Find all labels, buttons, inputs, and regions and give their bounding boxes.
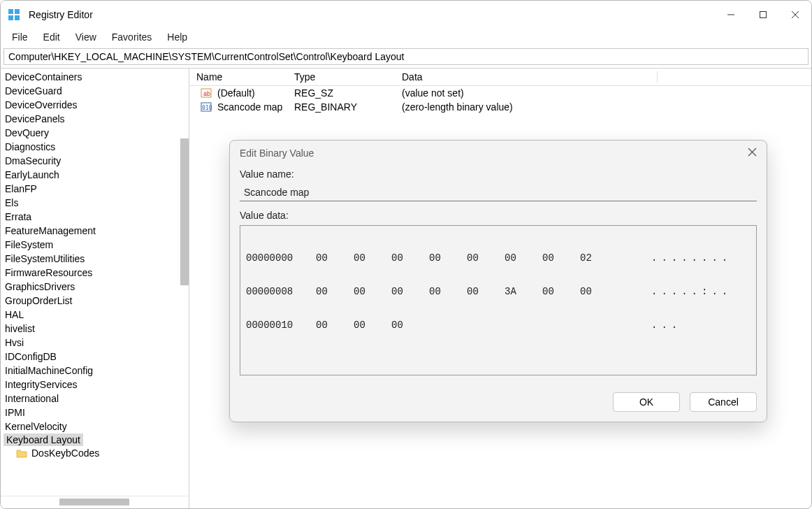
hex-offset: 00000008 (246, 286, 316, 297)
dialog-titlebar: Edit Binary Value (230, 141, 767, 164)
tree-item[interactable]: InitialMachineConfig (1, 364, 189, 378)
tree-item[interactable]: GroupOrderList (1, 294, 189, 308)
hex-bytes: 0000000000000002 (316, 252, 651, 264)
dialog-close-button[interactable] (748, 148, 757, 159)
tree-item[interactable]: International (1, 392, 189, 406)
window-controls (715, 1, 811, 29)
svg-rect-2 (8, 15, 13, 20)
tree-item[interactable]: IDConfigDB (1, 350, 189, 364)
binary-value-icon: 010 (201, 101, 212, 113)
value-name: Scancode map (217, 101, 282, 113)
value-data: (value not set) (399, 87, 811, 99)
list-row[interactable]: ab (Default) REG_SZ (value not set) (189, 86, 811, 100)
tree-item[interactable]: Els (1, 196, 189, 210)
tree-scrollbar-thumb[interactable] (180, 138, 189, 285)
svg-rect-3 (15, 15, 20, 20)
ok-button[interactable]: OK (613, 392, 680, 412)
string-value-icon: ab (201, 87, 212, 99)
tree-item[interactable]: IntegrityServices (1, 378, 189, 392)
tree-item[interactable]: FileSystemUtilities (1, 252, 189, 266)
tree-item[interactable]: IPMI (1, 406, 189, 420)
tree-item-label: DosKeybCodes (31, 447, 99, 459)
address-bar[interactable]: Computer\HKEY_LOCAL_MACHINE\SYSTEM\Curre… (3, 48, 809, 65)
tree-item[interactable]: FeatureManagement (1, 224, 189, 238)
tree-item[interactable]: HAL (1, 308, 189, 322)
col-data[interactable]: Data (399, 71, 658, 83)
hex-ascii: ........ (651, 252, 751, 264)
hex-bytes: 000000 (316, 320, 651, 331)
tree-item[interactable]: DeviceContainers (1, 70, 189, 84)
hex-ascii: ... (651, 320, 751, 331)
hex-offset: 00000000 (246, 252, 316, 264)
svg-text:010: 010 (202, 105, 212, 111)
value-name: (Default) (217, 87, 255, 99)
hex-bytes: 00000000003A0000 (316, 286, 651, 297)
tree-item[interactable]: FileSystem (1, 238, 189, 252)
edit-binary-dialog: Edit Binary Value Value name: Scancode m… (229, 140, 767, 422)
tree-hscroll-thumb[interactable] (59, 499, 129, 506)
tree-pane[interactable]: DeviceContainers DeviceGuard DeviceOverr… (1, 69, 189, 508)
hex-editor[interactable]: 00000000 0000000000000002 ........ 00000… (240, 225, 757, 375)
menu-favorites[interactable]: Favorites (105, 30, 159, 44)
tree-item[interactable]: DmaSecurity (1, 154, 189, 168)
menu-edit[interactable]: Edit (36, 30, 67, 44)
list-body: ab (Default) REG_SZ (value not set) 010 … (189, 86, 811, 114)
tree-item[interactable]: Diagnostics (1, 140, 189, 154)
tree-item[interactable]: DevicePanels (1, 112, 189, 126)
tree-item[interactable]: Hvsi (1, 336, 189, 350)
list-row[interactable]: 010 Scancode map REG_BINARY (zero-length… (189, 100, 811, 114)
svg-rect-0 (8, 9, 13, 14)
hex-ascii: .....:.. (651, 286, 751, 297)
value-name-label: Value name: (240, 169, 757, 180)
svg-text:ab: ab (203, 90, 210, 97)
tree-item[interactable]: KernelVelocity (1, 420, 189, 433)
svg-rect-5 (760, 12, 767, 18)
maximize-button[interactable] (747, 1, 779, 29)
value-type: REG_SZ (294, 87, 399, 99)
window-title: Registry Editor (29, 9, 715, 20)
value-data-label: Value data: (240, 210, 757, 221)
tree-item[interactable]: Errata (1, 210, 189, 224)
menu-help[interactable]: Help (160, 30, 194, 44)
value-name-input[interactable]: Scancode map (240, 184, 757, 201)
tree-item[interactable]: DeviceGuard (1, 84, 189, 98)
tree-item-child[interactable]: DosKeybCodes (1, 446, 189, 460)
cancel-button[interactable]: Cancel (690, 392, 757, 412)
tree-item[interactable]: DeviceOverrides (1, 98, 189, 112)
hex-offset: 00000010 (246, 320, 316, 331)
tree-item[interactable]: DevQuery (1, 126, 189, 140)
dialog-title: Edit Binary Value (240, 148, 314, 159)
svg-rect-1 (15, 9, 20, 14)
app-icon (8, 8, 20, 21)
menu-file[interactable]: File (5, 30, 35, 44)
col-type[interactable]: Type (294, 71, 399, 83)
tree-item[interactable]: GraphicsDrivers (1, 280, 189, 294)
tree-item[interactable]: EarlyLaunch (1, 168, 189, 182)
value-data: (zero-length binary value) (399, 101, 811, 113)
menubar: File Edit View Favorites Help (1, 29, 811, 48)
tree-item[interactable]: FirmwareResources (1, 266, 189, 280)
tree-item-selected[interactable]: Keyboard Layout (3, 433, 83, 446)
folder-icon (16, 448, 27, 458)
minimize-button[interactable] (715, 1, 747, 29)
col-name[interactable]: Name (189, 71, 294, 83)
menu-view[interactable]: View (68, 30, 103, 44)
titlebar: Registry Editor (1, 1, 811, 29)
value-type: REG_BINARY (294, 101, 399, 113)
tree-item[interactable]: ElanFP (1, 182, 189, 196)
list-header: Name Type Data (189, 69, 811, 86)
close-button[interactable] (779, 1, 811, 29)
tree-item[interactable]: hivelist (1, 322, 189, 336)
